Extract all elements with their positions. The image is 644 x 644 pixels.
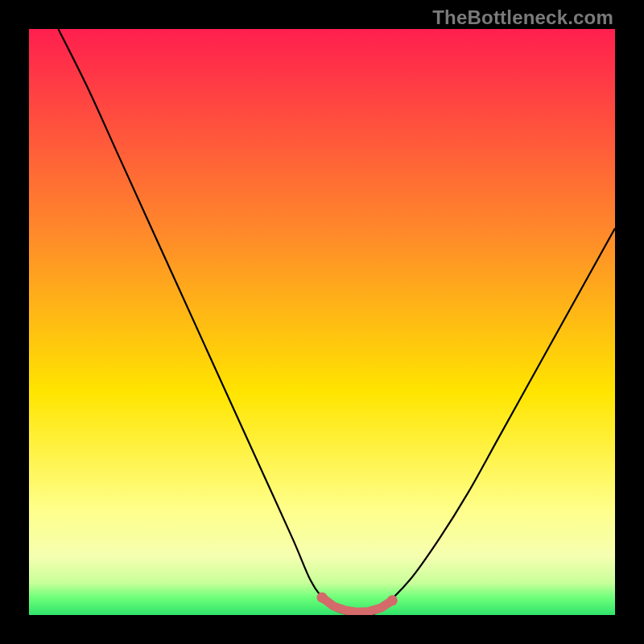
optimal-range-markers [317,592,398,613]
plot-area [29,29,615,615]
optimal-range-endpoint [387,595,398,605]
chart-container: TheBottleneck.com [0,0,644,644]
watermark-text: TheBottleneck.com [432,6,613,29]
curve-layer [29,29,615,615]
optimal-range-endpoint [317,592,328,603]
optimal-range-path [322,597,392,612]
bottleneck-curve [58,29,615,615]
